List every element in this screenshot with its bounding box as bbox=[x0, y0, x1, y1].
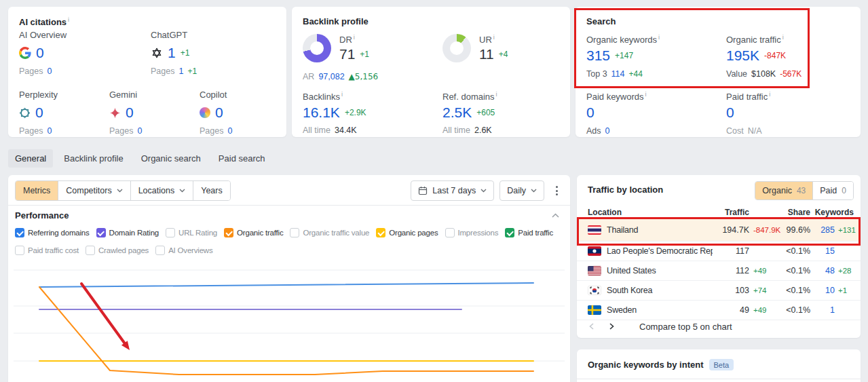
toggle-organic[interactable]: Organic43 bbox=[755, 182, 812, 199]
checkbox-domain-rating[interactable]: Domain Rating bbox=[96, 228, 159, 237]
checkbox-organic-traffic-value[interactable]: Organic traffic value bbox=[290, 228, 369, 237]
info-icon[interactable]: i bbox=[493, 34, 495, 41]
metric-checkbox-row-2: Paid traffic cost Crawled pages AI Overv… bbox=[15, 246, 212, 255]
checkbox-organic-pages[interactable]: Organic pages bbox=[376, 228, 438, 237]
tab-backlink-profile[interactable]: Backlink profile bbox=[57, 149, 130, 168]
chart-series-referring-domains bbox=[39, 283, 533, 287]
checkbox-referring-domains[interactable]: Referring domains bbox=[15, 228, 90, 237]
calendar-icon bbox=[418, 186, 428, 195]
tab-general[interactable]: General bbox=[8, 149, 53, 168]
pages-count[interactable]: 0 bbox=[137, 126, 142, 136]
perplexity-count[interactable]: 0 bbox=[35, 104, 43, 121]
ar-value[interactable]: 97,082 bbox=[318, 72, 344, 81]
organic-paid-toggle: Organic43 Paid0 bbox=[755, 181, 854, 200]
chatgpt-icon bbox=[151, 47, 163, 59]
info-icon[interactable]: i bbox=[658, 34, 660, 41]
performance-chart bbox=[8, 263, 570, 382]
table-row-united-states[interactable]: United States 112 +49 <0.1% 48 +28 bbox=[577, 261, 861, 281]
kebab-menu-icon[interactable] bbox=[550, 181, 563, 200]
table-row-south-korea[interactable]: South Korea 103 +74 <0.1% 10 +1 bbox=[577, 281, 861, 301]
info-icon[interactable]: i bbox=[645, 91, 647, 98]
copilot-count[interactable]: 0 bbox=[215, 104, 223, 121]
gemini-count[interactable]: 0 bbox=[126, 104, 134, 121]
checkbox-paid-traffic[interactable]: Paid traffic bbox=[505, 228, 553, 237]
paid-traffic-value[interactable]: 0 bbox=[726, 104, 734, 121]
info-icon[interactable]: i bbox=[354, 34, 355, 41]
chevron-down-icon bbox=[179, 189, 185, 193]
ur-value: 11 bbox=[479, 46, 494, 62]
traffic-by-location-card: Traffic by location Organic43 Paid0 Loca… bbox=[577, 175, 861, 338]
competitors-filter-button[interactable]: Competitors bbox=[58, 181, 130, 200]
checkbox-organic-traffic[interactable]: Organic traffic bbox=[224, 228, 283, 237]
top3-count[interactable]: 114 bbox=[611, 69, 625, 79]
pages-count[interactable]: 1 bbox=[178, 66, 183, 76]
perplexity-icon bbox=[19, 107, 31, 119]
info-icon[interactable]: i bbox=[496, 91, 497, 98]
performance-card: Metrics Competitors Locations Years Last… bbox=[8, 175, 570, 382]
paid-keywords-value[interactable]: 0 bbox=[586, 104, 595, 121]
ai-overview-metric: AI Overview 0 Pages0 bbox=[19, 30, 145, 76]
keywords-count[interactable]: 10 bbox=[810, 286, 835, 295]
info-icon[interactable]: i bbox=[769, 91, 770, 98]
ahrefs-overview-dashboard: AI citationsi AI Overview 0 Pages0 ChatG… bbox=[0, 0, 868, 382]
beta-badge: Beta bbox=[709, 359, 734, 370]
ai-overview-count[interactable]: 0 bbox=[36, 45, 44, 61]
info-icon[interactable]: i bbox=[341, 91, 343, 98]
keywords-by-intent-card: Organic keywords by intent Beta bbox=[577, 349, 861, 382]
chart-filter-control: Metrics Competitors Locations Years bbox=[15, 180, 231, 201]
toggle-paid[interactable]: Paid0 bbox=[812, 182, 853, 199]
tab-paid-search[interactable]: Paid search bbox=[212, 149, 272, 168]
ai-citations-card: AI citationsi AI Overview 0 Pages0 ChatG… bbox=[8, 7, 286, 137]
checkbox-impressions[interactable]: Impressions bbox=[445, 228, 499, 237]
checkbox-paid-traffic-cost[interactable]: Paid traffic cost bbox=[15, 246, 79, 255]
ai-citations-title: AI citationsi bbox=[19, 16, 69, 27]
keywords-count[interactable]: 15 bbox=[810, 246, 835, 256]
info-icon[interactable]: i bbox=[68, 16, 69, 23]
ref-domains-value[interactable]: 2.5K bbox=[442, 104, 472, 121]
locations-filter-button[interactable]: Locations bbox=[131, 181, 194, 200]
metrics-filter-button[interactable]: Metrics bbox=[16, 181, 58, 200]
date-range-button[interactable]: Last 7 days bbox=[411, 180, 494, 201]
collapse-chevron-up-icon[interactable] bbox=[552, 213, 559, 218]
next-page-button[interactable] bbox=[604, 319, 619, 334]
info-icon[interactable]: i bbox=[782, 34, 784, 41]
granularity-button[interactable]: Daily bbox=[499, 180, 544, 201]
flag-thailand-icon bbox=[588, 225, 601, 235]
table-row-sweden[interactable]: Sweden 49 +49 <0.1% 1 bbox=[577, 301, 861, 320]
checkbox-ai-overviews[interactable]: AI Overviews bbox=[155, 246, 212, 255]
checkbox-url-rating[interactable]: URL Rating bbox=[166, 228, 217, 237]
backlinks-value[interactable]: 16.1K bbox=[303, 104, 340, 121]
pages-count[interactable]: 0 bbox=[47, 126, 52, 136]
organic-traffic-value[interactable]: 195K bbox=[726, 47, 759, 64]
chevron-down-icon bbox=[531, 189, 537, 193]
ref-domains-metric: Ref. domainsi 2.5K+605 All time2.6K bbox=[442, 91, 497, 135]
table-footer: Compare top 5 on chart bbox=[584, 319, 732, 334]
ads-count[interactable]: 0 bbox=[605, 126, 610, 136]
flag-sweden-icon bbox=[588, 305, 601, 315]
divider bbox=[577, 379, 861, 379]
backlinks-metric: Backlinksi 16.1K+2.9K All time34.4K bbox=[303, 91, 366, 135]
chevron-down-icon bbox=[117, 189, 123, 193]
ur-donut-chart bbox=[442, 34, 471, 62]
backlink-profile-title: Backlink profile bbox=[303, 16, 369, 26]
dr-donut-chart bbox=[303, 34, 331, 62]
copilot-icon bbox=[200, 107, 210, 118]
tab-organic-search[interactable]: Organic search bbox=[134, 149, 208, 168]
pages-count[interactable]: 0 bbox=[47, 66, 52, 76]
compare-top5-link[interactable]: Compare top 5 on chart bbox=[639, 322, 732, 332]
table-row-thailand[interactable]: Thailand 194.7K -847.9K 99.6% 285 +131 bbox=[577, 219, 861, 242]
keywords-count[interactable]: 285 bbox=[810, 225, 835, 235]
traffic-by-location-title: Traffic by location bbox=[588, 185, 663, 195]
table-row-laos[interactable]: Lao People's Democratic Rep 117 <0.1% 15 bbox=[577, 242, 861, 261]
pages-count[interactable]: 0 bbox=[227, 126, 232, 136]
checkbox-crawled-pages[interactable]: Crawled pages bbox=[86, 246, 149, 255]
annotation-arrow bbox=[81, 284, 124, 343]
dr-value: 71 bbox=[339, 46, 355, 62]
keywords-count[interactable]: 1 bbox=[810, 305, 835, 315]
organic-keywords-value[interactable]: 315 bbox=[586, 47, 610, 64]
gemini-metric: Gemini 0 Pages0 bbox=[109, 90, 191, 136]
prev-page-button[interactable] bbox=[584, 319, 599, 334]
keywords-count[interactable]: 48 bbox=[810, 266, 835, 275]
years-filter-button[interactable]: Years bbox=[193, 181, 230, 200]
chatgpt-count[interactable]: 1 bbox=[168, 45, 176, 61]
